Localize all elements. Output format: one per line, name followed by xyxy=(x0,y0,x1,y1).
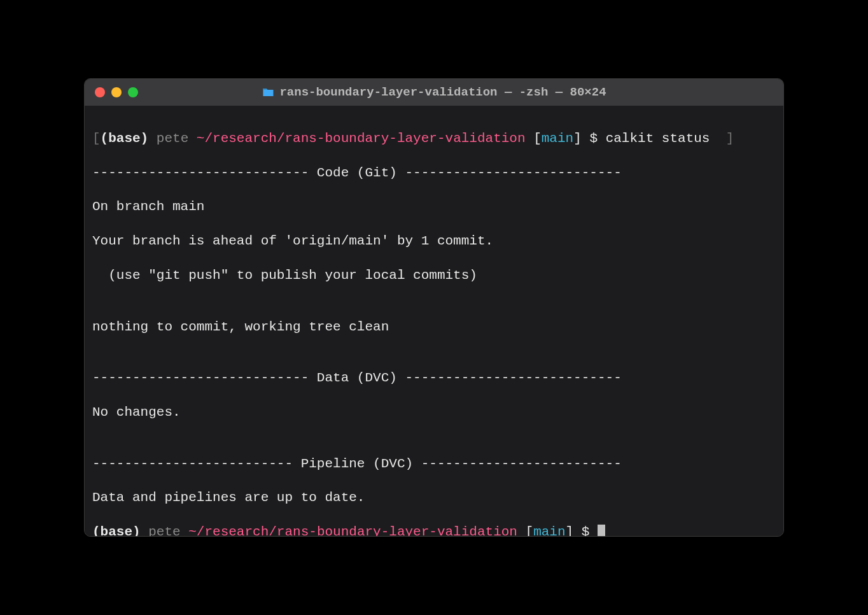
prompt-line-1: [(base) pete ~/research/rans-boundary-la… xyxy=(92,131,776,148)
prompt-branch: main xyxy=(533,525,565,536)
prompt-dollar: $ xyxy=(589,131,605,146)
folder-icon xyxy=(262,87,274,97)
output-line: Data and pipelines are up to date. xyxy=(92,490,776,507)
prompt-user: pete xyxy=(148,131,197,146)
output-line: On branch main xyxy=(92,199,776,216)
edge-bracket-open: [ xyxy=(92,131,101,146)
cursor xyxy=(598,525,605,536)
prompt-line-2: (base) pete ~/research/rans-boundary-lay… xyxy=(92,524,776,536)
output-line: (use "git push" to publish your local co… xyxy=(92,267,776,285)
output-line: No changes. xyxy=(92,404,776,421)
prompt-user: pete xyxy=(141,525,189,536)
minimize-button[interactable] xyxy=(111,87,122,97)
maximize-button[interactable] xyxy=(128,87,138,97)
output-line: --------------------------- Code (Git) -… xyxy=(92,165,776,182)
terminal-window: rans-boundary-layer-validation — -zsh — … xyxy=(84,78,784,537)
output-line: ------------------------- Pipeline (DVC)… xyxy=(92,456,776,473)
prompt-bracket-open: [ xyxy=(526,131,542,146)
close-button[interactable] xyxy=(95,87,105,97)
output-line: Your branch is ahead of 'origin/main' by… xyxy=(92,233,776,250)
prompt-env: (base) xyxy=(92,525,141,536)
window-title: rans-boundary-layer-validation — -zsh — … xyxy=(262,85,606,99)
terminal-body[interactable]: [(base) pete ~/research/rans-boundary-la… xyxy=(85,106,783,536)
traffic-lights xyxy=(95,87,138,97)
prompt-dollar: $ xyxy=(582,525,598,536)
command-text: calkit status xyxy=(606,131,710,146)
prompt-env: (base) xyxy=(101,131,149,146)
titlebar[interactable]: rans-boundary-layer-validation — -zsh — … xyxy=(85,79,783,106)
prompt-bracket-open: [ xyxy=(517,525,533,536)
edge-bracket-close: ] xyxy=(726,131,734,146)
prompt-path: ~/research/rans-boundary-layer-validatio… xyxy=(197,131,526,146)
output-line: nothing to commit, working tree clean xyxy=(92,319,776,336)
prompt-bracket-close: ] xyxy=(566,525,582,536)
prompt-branch: main xyxy=(542,131,573,146)
output-line: --------------------------- Data (DVC) -… xyxy=(92,370,776,387)
prompt-path: ~/research/rans-boundary-layer-validatio… xyxy=(188,525,517,536)
window-title-text: rans-boundary-layer-validation — -zsh — … xyxy=(279,85,606,99)
spacer xyxy=(710,131,725,146)
prompt-bracket-close: ] xyxy=(573,131,589,146)
